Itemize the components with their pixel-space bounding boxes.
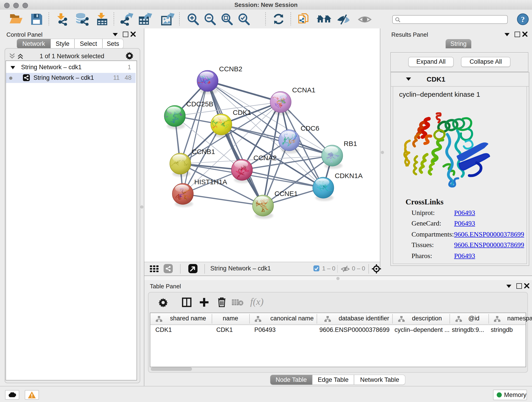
svg-text:CDKN1A: CDKN1A: [335, 172, 363, 179]
svg-text:CDC6: CDC6: [301, 124, 319, 132]
svg-text:CCNE1: CCNE1: [274, 190, 298, 197]
svg-text:CDC25B: CDC25B: [186, 100, 213, 108]
svg-text:RB1: RB1: [344, 140, 357, 147]
svg-text:CDK1: CDK1: [233, 109, 251, 116]
svg-text:HIST1H1A: HIST1H1A: [194, 178, 227, 186]
svg-text:CCNB2: CCNB2: [219, 65, 242, 73]
svg-text:CCNB1: CCNB1: [192, 148, 215, 155]
svg-text:CCNA2: CCNA2: [253, 154, 277, 162]
svg-text:CCNA1: CCNA1: [292, 86, 316, 94]
svg-text:?: ?: [521, 15, 525, 24]
